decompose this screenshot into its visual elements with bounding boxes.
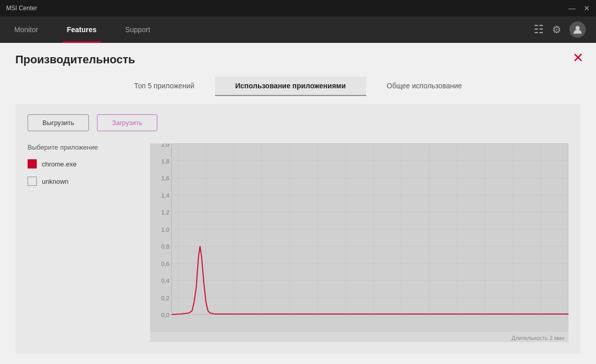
svg-text:0,0: 0,0 bbox=[161, 312, 170, 318]
svg-text:0,4: 0,4 bbox=[161, 278, 170, 284]
title-bar: MSI Center — ✕ bbox=[0, 0, 596, 16]
chart-container: 2,0 1,8 1,6 1,4 1,2 1,0 0,8 0,6 0,4 0,2 … bbox=[150, 143, 568, 342]
app-list-section: Выберите приложение chrome.exe unknown bbox=[28, 143, 140, 342]
load-button[interactable]: Загрузить bbox=[97, 114, 157, 131]
nav-icons: ☷ ⚙ bbox=[534, 21, 586, 38]
nav-tab-monitor[interactable]: Monitor bbox=[10, 16, 42, 43]
page-title: Производительность bbox=[15, 53, 581, 66]
sub-tabs: Топ 5 приложений Использование приложени… bbox=[15, 77, 581, 96]
svg-text:2,0: 2,0 bbox=[161, 143, 170, 148]
buttons-row: Выгрузить Загрузить bbox=[28, 114, 568, 131]
close-window-button[interactable]: ✕ bbox=[584, 5, 590, 12]
title-bar-controls: — ✕ bbox=[568, 5, 590, 12]
svg-text:0,2: 0,2 bbox=[161, 295, 170, 301]
sub-tab-app-usage[interactable]: Использование приложениями bbox=[215, 77, 367, 96]
sub-tab-top5[interactable]: Топ 5 приложений bbox=[113, 77, 214, 96]
unknown-checkbox[interactable] bbox=[28, 177, 37, 186]
svg-text:1,6: 1,6 bbox=[161, 175, 170, 181]
chart-svg: 2,0 1,8 1,6 1,4 1,2 1,0 0,8 0,6 0,4 0,2 … bbox=[150, 143, 568, 332]
svg-point-0 bbox=[576, 26, 580, 30]
minimize-button[interactable]: — bbox=[568, 5, 576, 12]
close-panel-button[interactable]: ✕ bbox=[573, 51, 584, 64]
grid-icon[interactable]: ☷ bbox=[534, 23, 544, 36]
svg-text:0,8: 0,8 bbox=[161, 244, 170, 250]
svg-rect-2 bbox=[172, 143, 568, 314]
chart-duration-label: Длительность 2 мин bbox=[512, 335, 564, 341]
app-list-title: Выберите приложение bbox=[28, 143, 140, 151]
panel: Выгрузить Загрузить Выберите приложение … bbox=[15, 104, 581, 354]
content-area: Выберите приложение chrome.exe unknown bbox=[28, 143, 568, 342]
sub-tab-general[interactable]: Общее использование bbox=[366, 77, 483, 96]
upload-button[interactable]: Выгрузить bbox=[28, 114, 89, 131]
avatar[interactable] bbox=[569, 21, 586, 38]
list-item[interactable]: unknown bbox=[28, 177, 140, 186]
nav-tab-support[interactable]: Support bbox=[121, 16, 154, 43]
nav-tab-features[interactable]: Features bbox=[63, 16, 101, 43]
nav-tabs: Monitor Features Support bbox=[10, 16, 154, 43]
list-item[interactable]: chrome.exe bbox=[28, 159, 140, 168]
main-content: Производительность ✕ Топ 5 приложений Ис… bbox=[0, 43, 596, 364]
svg-text:1,0: 1,0 bbox=[161, 227, 170, 233]
settings-icon[interactable]: ⚙ bbox=[552, 23, 561, 36]
chrome-app-name: chrome.exe bbox=[42, 160, 77, 168]
svg-text:1,4: 1,4 bbox=[161, 192, 170, 199]
svg-text:1,8: 1,8 bbox=[161, 158, 170, 164]
chart-area: 2,0 1,8 1,6 1,4 1,2 1,0 0,8 0,6 0,4 0,2 … bbox=[150, 143, 568, 342]
svg-text:1,2: 1,2 bbox=[161, 209, 170, 215]
unknown-app-name: unknown bbox=[42, 178, 68, 185]
chrome-color-indicator bbox=[28, 159, 37, 168]
svg-text:0,6: 0,6 bbox=[161, 261, 170, 267]
app-title: MSI Center bbox=[6, 5, 37, 12]
nav-bar: Monitor Features Support ☷ ⚙ bbox=[0, 16, 596, 43]
